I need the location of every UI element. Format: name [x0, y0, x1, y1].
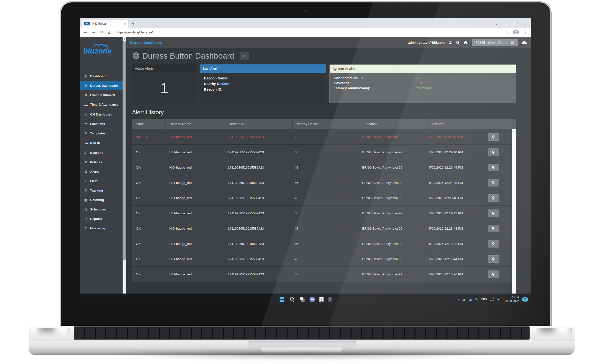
calculator-icon[interactable] [328, 297, 332, 302]
sidebar-item[interactable]: ▂▄▆BluFis [80, 138, 123, 148]
task-view-icon[interactable] [300, 296, 305, 302]
locate-on-map-button[interactable] [488, 133, 499, 141]
locate-on-map-button[interactable] [488, 164, 499, 171]
taskbar-clock[interactable]: 21:40 31.08.2022 [505, 296, 519, 303]
locate-on-map-button[interactable] [488, 240, 499, 247]
windows-search-icon[interactable] [289, 296, 295, 302]
breadcrumb[interactable]: Duress Dashboard [130, 41, 162, 44]
tab-close-icon[interactable]: × [124, 22, 126, 25]
bookmark-star-icon[interactable]: ☆ [505, 30, 508, 35]
row-overflow-dots[interactable]: ... [501, 181, 504, 184]
column-header-location[interactable]: Location [361, 119, 429, 129]
column-header-nearby-device[interactable]: Nearby Device [293, 119, 361, 129]
table-scrollbar-up-icon[interactable]: ▲ [512, 129, 516, 132]
search-icon[interactable] [456, 41, 460, 44]
active-alerts-count: 1 [160, 80, 168, 96]
notepad-icon[interactable] [320, 297, 324, 302]
language-indicator[interactable]: CES [481, 298, 487, 301]
browser-menu-icon[interactable]: ⋮ [524, 30, 527, 35]
sidebar-scrollbar-thumb[interactable] [123, 41, 126, 260]
sidebar-item[interactable]: ⚑Locations [80, 119, 123, 128]
sidebar-item[interactable]: ☸Evac Dashboard [80, 90, 123, 100]
row-overflow-dots[interactable]: ... [501, 257, 504, 261]
row-overflow-dots[interactable]: ... [501, 196, 504, 200]
cloud-sync-icon[interactable]: ☁ [469, 298, 472, 301]
table-row[interactable]: OK HID-badge_red 17119986519915582423 #6… [132, 190, 512, 206]
cloud-icon[interactable] [522, 41, 527, 44]
tenant-selector[interactable]: 89835 - Sewio Demo [472, 39, 518, 46]
table-scrollbar[interactable]: ▲ [512, 129, 516, 294]
sidebar-item[interactable]: ◷Schedules [80, 205, 123, 214]
sidebar-item[interactable]: ☸Duress Dashboard [80, 81, 123, 90]
sidebar-item[interactable]: ✈Fleet [80, 176, 123, 186]
table-row[interactable]: OK HID-badge_red 17119986519915582423 #6… [132, 236, 512, 251]
sidebar-item[interactable]: ↥Mustering [80, 224, 123, 233]
table-row[interactable]: OK HID-badge_red 17119986519915582423 #6… [132, 267, 512, 282]
row-overflow-dots[interactable]: ... [501, 166, 504, 169]
column-header-beacon-name[interactable]: Beacon Name [166, 119, 225, 129]
row-overflow-dots[interactable]: ... [501, 211, 504, 215]
minimize-icon[interactable]: – [505, 22, 507, 26]
locate-on-map-button[interactable] [488, 179, 499, 186]
sidebar-item[interactable]: ☍Beacons [80, 148, 123, 157]
volume-icon[interactable] [497, 298, 502, 301]
cell-location: BRNO Sewio Purkynova 99 [358, 181, 425, 184]
windows-ink-pen-icon[interactable]: ✎ [474, 297, 478, 301]
cell-nearby-device: #6 [291, 196, 358, 200]
table-row[interactable]: OK HID-badge_red 17119986519915582423 #6… [132, 175, 512, 190]
home-icon[interactable]: ⌂ [108, 30, 110, 35]
sidebar-item[interactable]: ↗Reports [80, 214, 123, 224]
row-overflow-dots[interactable]: ... [501, 272, 504, 276]
row-overflow-dots[interactable]: ... [501, 227, 504, 230]
sidebar-scrollbar[interactable]: ▲ [123, 37, 126, 294]
table-row[interactable]: OK HID-badge_red 17119986519915582423 #6… [132, 160, 512, 175]
sidebar-item[interactable]: ◴CM Dashboard [80, 110, 123, 119]
bluzone-logo: bluzone [80, 37, 123, 56]
forward-icon[interactable]: → [92, 30, 95, 35]
network-icon[interactable] [490, 298, 494, 301]
teams-chat-icon[interactable] [310, 297, 315, 302]
table-row[interactable]: OK HID-badge_red 17119986519915582423 #6… [132, 221, 512, 236]
table-row[interactable]: VIOLATI... HID-badge_red 171199865199155… [132, 129, 512, 145]
url-input[interactable]: https://www.hidglobal.com/ [117, 31, 500, 34]
locate-on-map-button[interactable] [488, 225, 499, 232]
refresh-button[interactable]: ↻ [240, 52, 249, 60]
sidebar-item[interactable]: ⚲Tracking [80, 186, 123, 195]
close-window-icon[interactable]: × [524, 22, 526, 26]
windows-start-icon[interactable] [279, 296, 285, 302]
row-overflow-dots[interactable]: ... [501, 242, 504, 245]
binoculars-icon[interactable] [464, 41, 468, 44]
sidebar-item[interactable]: ◴Dashboard [80, 71, 123, 81]
table-row[interactable]: OK HID-badge_red 17119986519915582423 #6… [132, 206, 512, 221]
chevron-down-icon[interactable]: ∨ [495, 22, 498, 26]
locate-on-map-button[interactable] [488, 149, 499, 156]
table-row[interactable]: OK HID-badge_red 17119986519915582423 #6… [132, 251, 512, 267]
row-overflow-dots[interactable]: ... [501, 150, 504, 154]
sidebar-item[interactable]: ▦Counting [80, 195, 123, 205]
table-row[interactable]: OK HID-badge_red 17119986519915582423 #6… [132, 145, 512, 160]
sidebar-item[interactable]: ▂▅▃Time & Attendance [80, 100, 123, 110]
browser-profile-avatar[interactable] [513, 30, 519, 35]
sidebar-item[interactable]: ⚒Policies [80, 157, 123, 167]
reload-icon[interactable]: ↻ [100, 30, 103, 35]
column-header-state[interactable]: State [132, 119, 166, 129]
new-tab-button[interactable]: + [130, 20, 137, 27]
row-overflow-dots[interactable]: ... [501, 135, 504, 139]
browser-tab[interactable]: HID HID Global × [82, 20, 129, 28]
column-header-beacon-id[interactable]: Beacon ID [225, 119, 293, 129]
onedrive-cloud-icon[interactable]: ☁ [462, 298, 466, 301]
notification-badge[interactable]: 32 [522, 297, 528, 301]
column-header-created[interactable]: Created [429, 119, 488, 129]
locate-on-map-button[interactable] [488, 270, 499, 278]
user-icon[interactable] [448, 41, 452, 44]
map-pin-icon [492, 166, 495, 169]
back-icon[interactable]: ← [84, 30, 87, 35]
sidebar-item[interactable]: ΩAlerts [80, 167, 123, 176]
restore-window-icon[interactable] [514, 23, 516, 25]
tray-chevron-up-icon[interactable]: ∧ [457, 298, 459, 301]
sidebar-item[interactable]: ✎Templates [80, 128, 123, 138]
locate-on-map-button[interactable] [488, 255, 499, 263]
locate-on-map-button[interactable] [488, 194, 499, 202]
scrollbar-up-arrow-icon[interactable]: ▲ [123, 37, 126, 41]
locate-on-map-button[interactable] [488, 210, 499, 217]
